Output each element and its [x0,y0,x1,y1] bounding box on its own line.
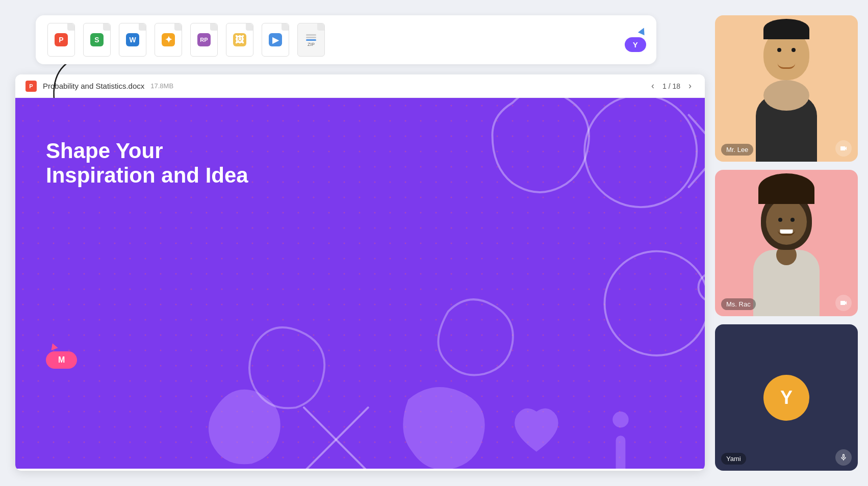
doc-header: P Probability and Statistics.docx 17.8MB… [15,74,705,98]
sheets-app-icon: S [90,33,104,46]
img-app-icon: 🖼 [233,33,246,46]
doc-title: Probability and Statistics.docx [43,82,144,90]
yami-avatar: Y [763,375,809,421]
slide-text: Shape Your Inspiration and Idea [46,139,248,188]
cursor-m-wrapper: M [46,343,77,369]
slide-heading-2: Inspiration and Idea [46,163,248,188]
camera-icon-2 [839,299,848,307]
ms-rac-figure [715,170,858,316]
file-toolbar-wrapper: P S W ✦ [15,15,705,74]
yami-mic-button[interactable] [835,449,852,466]
prev-page-button[interactable]: ‹ [648,80,657,92]
zip-lines-icon: ZIP [306,33,316,47]
participant-name-yami: Yami [721,453,746,465]
pdf-app-icon: P [55,33,68,46]
participant-panel-mr-lee: Mr. Lee [715,15,858,162]
doc-type-icon: P [25,81,37,92]
next-page-button[interactable]: › [685,80,695,92]
file-icon-zip[interactable]: ZIP [296,21,326,58]
camera-icon [839,144,848,152]
svg-rect-12 [616,436,625,469]
slide-heading-1: Shape Your [46,139,248,163]
word-app-icon: W [126,33,139,46]
slide-content: Shape Your Inspiration and Idea [15,98,705,469]
mr-lee-figure [715,15,858,162]
content-area: P S W ✦ [15,15,705,471]
participant-name-mr-lee: Mr. Lee [721,144,753,156]
file-icon-video[interactable]: ▶ [260,21,291,58]
cursor-y-wrapper: Y [625,28,646,52]
participant-name-ms-rac: Ms. Rac [721,298,756,310]
ms-rac-video [715,170,858,316]
yami-video: Y [715,324,858,471]
draw-app-icon: ✦ [162,33,175,46]
page-info: 1 / 18 [662,82,680,90]
svg-point-6 [698,273,705,302]
mr-lee-video [715,15,858,162]
cursor-m-pill: M [46,351,77,369]
current-page: 1 [662,82,667,90]
svg-point-5 [604,251,705,355]
yami-avatar-letter: Y [780,387,793,408]
ms-rac-mic-button[interactable] [835,295,852,311]
svg-point-2 [584,98,697,207]
document-viewer: P Probability and Statistics.docx 17.8MB… [15,74,705,471]
cursor-y-pill: Y [625,37,646,52]
mr-lee-mic-button[interactable] [835,140,852,157]
participant-panel-ms-rac: Ms. Rac [715,170,858,316]
doc-navigation: ‹ 1 / 18 › [648,80,695,92]
cursor-y-label: Y [633,40,638,49]
participant-panel-yami: Y Yami [715,324,858,471]
svg-point-11 [612,412,628,427]
video-app-icon: ▶ [269,33,282,46]
file-icon-image[interactable]: 🖼 [224,21,255,58]
total-pages: 18 [672,82,680,90]
cursor-m-arrow [49,342,58,350]
cursor-y-arrow [638,27,647,36]
mic-icon [839,453,848,462]
file-icon-sheets[interactable]: S [82,21,112,58]
file-icon-rp[interactable]: RP [189,21,219,58]
file-toolbar: P S W ✦ [36,15,656,64]
main-container: P S W ✦ [0,0,868,486]
cursor-m-label: M [58,355,65,364]
file-icon-draw[interactable]: ✦ [153,21,184,58]
file-icon-word[interactable]: W [117,21,148,58]
file-icon-pdf[interactable]: P [46,21,76,58]
sidebar-right: Mr. Lee [715,15,858,471]
doc-size: 17.8MB [150,82,173,90]
rp-app-icon: RP [197,33,211,46]
